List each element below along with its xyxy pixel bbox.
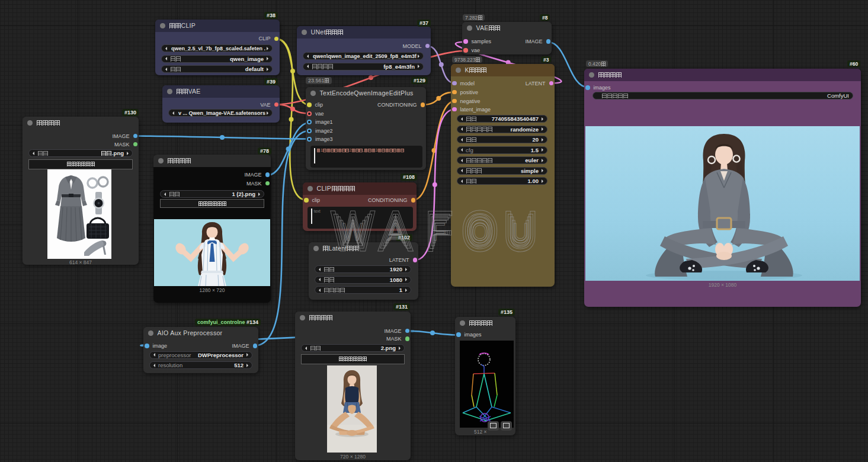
- svg-text:U: U: [513, 217, 529, 246]
- svg-text:A: A: [387, 217, 403, 246]
- svg-text:F: F: [433, 217, 446, 246]
- svg-text:W: W: [343, 217, 363, 246]
- svg-text:O: O: [472, 217, 489, 245]
